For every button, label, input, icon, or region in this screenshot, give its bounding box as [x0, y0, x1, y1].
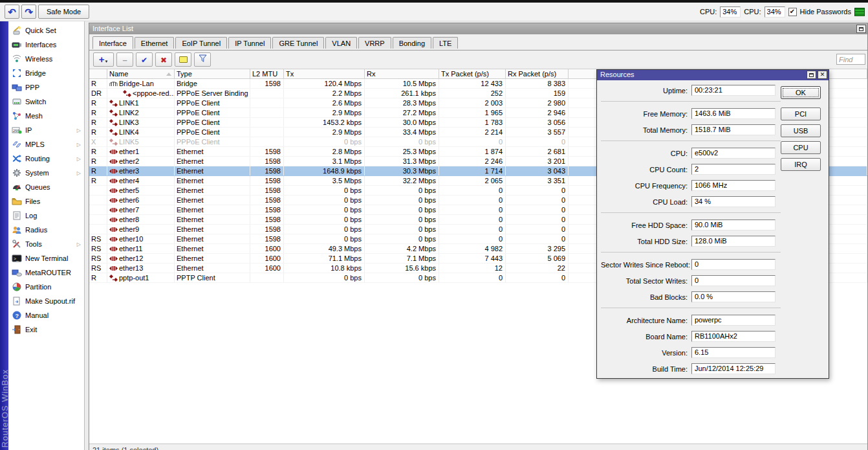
column-header-l2-mtu[interactable]: L2 MTU [250, 69, 284, 78]
safe-mode-button[interactable]: Safe Mode [38, 5, 89, 19]
row-rx-packet: 0 [506, 273, 569, 282]
row-tx-packet: 0 [439, 137, 506, 146]
build-time-field[interactable]: Jun/12/2014 12:25:29 [691, 363, 776, 374]
irq-button[interactable]: IRQ [781, 158, 821, 171]
version-field[interactable]: 6.15 [691, 347, 776, 358]
sidebar-item-partition[interactable]: Partition [8, 280, 84, 294]
sidebar-item-label: IP [25, 126, 32, 134]
bad-blocks-field[interactable]: 0.0 % [691, 291, 776, 302]
sidebar-item-log[interactable]: Log [8, 208, 84, 223]
sidebar-item-ip[interactable]: 255IP▷ [8, 123, 84, 137]
row-rx-packet: 5 069 [506, 254, 569, 263]
remove-button[interactable]: – [116, 52, 133, 67]
usb-button[interactable]: USB [781, 124, 821, 137]
row-tx-packet: 0 [439, 186, 506, 195]
tab-interface[interactable]: Interface [92, 36, 133, 49]
tab-eoip-tunnel[interactable]: EoIP Tunnel [175, 37, 227, 49]
interface-name: ether2 [119, 157, 139, 166]
row-name-cell: ether11 [107, 244, 175, 253]
column-header-rx[interactable]: Rx [365, 69, 439, 78]
row-type: PPPoE Client [175, 137, 250, 146]
sidebar-item-tools[interactable]: Tools▷ [8, 237, 84, 251]
undo-button[interactable]: ↶ [5, 5, 19, 19]
row-type: Ethernet [175, 176, 250, 185]
column-header-rx-packet-p-s[interactable]: Rx Packet (p/s) [506, 69, 569, 78]
add-button[interactable]: +▼ [93, 52, 114, 67]
pci-button[interactable]: PCI [781, 107, 821, 120]
restore-window-button[interactable] [856, 25, 866, 33]
free-hdd-space-field[interactable]: 90.0 MiB [691, 219, 776, 231]
sidebar-item-mpls[interactable]: MPLS▷ [8, 137, 84, 152]
interface-name: ether8 [119, 215, 139, 224]
row-rx: 7.1 Mbps [365, 254, 439, 263]
tab-vrrp[interactable]: VRRP [358, 37, 391, 49]
enable-button[interactable]: ✔ [136, 52, 153, 67]
tab-bonding[interactable]: Bonding [393, 37, 431, 49]
sidebar-item-radius[interactable]: Radius [8, 223, 84, 237]
row-tx: 1648.9 kbps [284, 166, 365, 175]
sector-writes-since-reboot-field[interactable]: 0 [691, 259, 776, 270]
sidebar-item-exit[interactable]: Exit [8, 322, 84, 337]
free-memory-field[interactable]: 1463.6 MiB [691, 108, 776, 119]
cpu-frequency-field[interactable]: 1066 MHz [691, 180, 776, 191]
ok-button[interactable]: OK [781, 86, 821, 99]
row-l2mtu: 1598 [250, 215, 284, 224]
cpu-load-field[interactable]: 34 % [691, 196, 776, 207]
hide-passwords-checkbox[interactable]: ✔ [788, 8, 797, 16]
sidebar-item-manual[interactable]: ?Manual [8, 308, 84, 322]
find-input[interactable] [836, 54, 865, 65]
filter-button[interactable] [194, 52, 211, 67]
sidebar-item-label: Exit [25, 326, 37, 333]
sidebar-item-label: System [25, 169, 49, 177]
dialog-maximize-button[interactable] [807, 71, 816, 79]
tab-ethernet[interactable]: Ethernet [135, 37, 175, 49]
column-header-name[interactable]: Name [107, 69, 175, 78]
tab-lte[interactable]: LTE [433, 37, 458, 49]
cpu-field[interactable]: e500v2 [691, 148, 776, 159]
total-sector-writes-field[interactable]: 0 [691, 275, 776, 286]
sidebar-item-make-supout-rif[interactable]: Make Supout.rif [8, 294, 84, 308]
sidebar-item-bridge[interactable]: Bridge [8, 66, 84, 80]
row-type: PPPoE Client [175, 108, 250, 117]
sidebar-item-queues[interactable]: Queues [8, 180, 84, 194]
cpu-button[interactable]: CPU [781, 141, 821, 154]
sidebar-item-ppp[interactable]: PPP [8, 80, 84, 95]
row-tx-packet: 1 965 [439, 108, 506, 117]
row-l2mtu [250, 273, 284, 282]
comment-button[interactable] [175, 52, 191, 67]
cpu-count-field[interactable]: 2 [691, 164, 776, 175]
tab-vlan[interactable]: VLAN [325, 37, 357, 49]
total-hdd-size-field[interactable]: 128.0 MiB [691, 236, 776, 247]
dialog-close-button[interactable]: ✕ [818, 71, 827, 79]
uptime-field[interactable]: 00:23:21 [691, 85, 776, 96]
queues-icon [12, 182, 22, 192]
interface-name: LINK5 [119, 137, 139, 146]
column-header-flags[interactable] [89, 69, 107, 78]
sidebar-item-switch[interactable]: Switch [8, 95, 84, 109]
pptp-if [109, 275, 118, 282]
sidebar-item-files[interactable]: Files [8, 194, 84, 208]
column-header-tx-packet-p-s[interactable]: Tx Packet (p/s) [439, 69, 506, 78]
tab-ip-tunnel[interactable]: IP Tunnel [228, 37, 271, 49]
resource-field-row: Free Memory:1463.6 MiB [601, 108, 781, 119]
row-name-cell: LINK4 [107, 128, 175, 137]
column-header-tx[interactable]: Tx [284, 69, 365, 78]
resource-field-row: Build Time:Jun/12/2014 12:25:29 [601, 363, 781, 374]
sidebar-item-routing[interactable]: Routing▷ [8, 152, 84, 166]
total-memory-field[interactable]: 1518.7 MiB [691, 124, 776, 135]
sidebar-item-new-terminal[interactable]: >_New Terminal [8, 251, 84, 265]
architecture-name-field[interactable]: powerpc [691, 315, 776, 326]
column-header-type[interactable]: Type [175, 69, 250, 78]
sidebar-item-wireless[interactable]: Wireless [8, 52, 84, 66]
redo-button[interactable]: ↷ [21, 5, 36, 19]
sidebar-item-quick-set[interactable]: Quick Set [8, 23, 84, 38]
row-type: Ethernet [175, 234, 250, 243]
tab-gre-tunnel[interactable]: GRE Tunnel [272, 37, 324, 49]
sidebar-item-metarouter[interactable]: MetaROUTER [8, 265, 84, 280]
disable-button[interactable]: ✖ [155, 52, 172, 67]
sidebar-item-system[interactable]: System▷ [8, 166, 84, 180]
field-label-free-hdd-space: Free HDD Space: [601, 221, 691, 229]
sidebar-item-interfaces[interactable]: Interfaces [8, 38, 84, 52]
board-name-field[interactable]: RB1100AHx2 [691, 331, 776, 342]
sidebar-item-mesh[interactable]: Mesh [8, 109, 84, 123]
